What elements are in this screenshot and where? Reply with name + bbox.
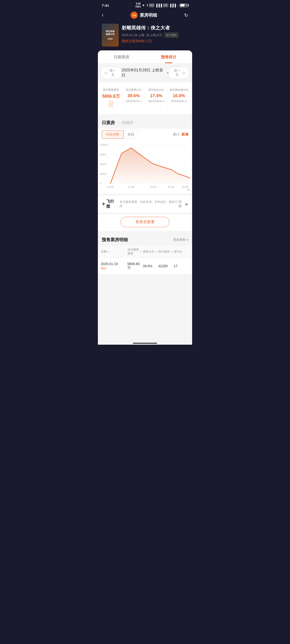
- tab-daily-box-office[interactable]: 日期票房: [98, 50, 145, 63]
- current-date-display[interactable]: 2025年01月29日 上映首日 ▾: [121, 68, 169, 78]
- bottom-home-bar: [98, 340, 192, 345]
- chart-tab-hourly-label: 今日分时: [106, 132, 119, 136]
- stat-box-ratio-rank: 实时排名No.1: [123, 99, 144, 103]
- feihangtu-detail-button[interactable]: 详情 ▶: [178, 200, 188, 208]
- th-ratio-label: 票房占比: [143, 250, 155, 254]
- chart-tab-cumulative[interactable]: 累计: [173, 132, 180, 137]
- feihangtu-logo-text: 飞行图: [106, 199, 117, 209]
- battery-percent: 76: [185, 4, 188, 7]
- th-ratio: 票房占比 ⇅: [143, 248, 158, 256]
- page-title: 票房明细: [140, 12, 157, 18]
- main-tabs: 日期票房 预售排片: [98, 50, 192, 63]
- td-sessions: 42265: [158, 264, 174, 268]
- tab-daily-label: 日期票房: [114, 55, 129, 59]
- th-presale-sort-icon[interactable]: ⇅: [140, 250, 141, 253]
- stat-box-ratio-value: 39.6%: [123, 93, 144, 98]
- th-date-sort-icon[interactable]: ⇅: [107, 250, 109, 253]
- td-share: 17: [174, 264, 189, 268]
- poster-year: 2025: [106, 38, 114, 40]
- chart-tab-daily[interactable]: 分日: [123, 130, 138, 139]
- chart-tab-hourly[interactable]: 今日分时: [102, 130, 123, 139]
- th-sessions-sort-icon[interactable]: ⇅: [171, 250, 173, 253]
- box-office-chart: 1200万 900万 600万 300万 0 10:00: [100, 142, 190, 191]
- svg-text:12:00: 12:00: [128, 186, 135, 188]
- stat-box-ratio: 首日票房占比 39.6% 实时排名No.1: [122, 86, 145, 110]
- day-section-header: 日票房 | 日排片: [98, 116, 192, 128]
- presale-header: 预售票房明细 更多指标 ▾: [98, 233, 192, 246]
- stat-presale-bar: [108, 100, 113, 107]
- svg-text:300万: 300万: [100, 172, 107, 175]
- release-date: 2025.01.29 上映: [121, 33, 144, 38]
- feihangtu-detail-icon: ▶: [186, 202, 188, 206]
- presale-section-title: 预售票房明细: [102, 237, 128, 243]
- th-share: 排片占: [174, 248, 189, 256]
- stat-session-ratio-rank: 实时排名No.4: [146, 99, 167, 103]
- status-right-icons: 9.08KB/s ∗ ☽ HD ▐▐▐ HD ▐▐▐ ○ 76: [135, 2, 188, 8]
- stat-box-ratio-label: 首日票房占比: [123, 88, 144, 92]
- td-presale: 5806.80万: [127, 262, 143, 270]
- current-date-text: 2025年01月29日 上映首日: [121, 68, 166, 78]
- svg-text:19:41: 19:41: [187, 188, 190, 191]
- th-date: 日期 ⇅: [101, 248, 127, 256]
- presale-total: 预售总票房6687.2万: [121, 39, 188, 44]
- svg-text:600万: 600万: [100, 163, 107, 166]
- login-after-view-button[interactable]: 登录后查看: [121, 217, 169, 227]
- top-nav: ‹ 🎫 票房明细 ↻: [98, 10, 192, 22]
- release-badge[interactable]: 发行通知: [164, 32, 178, 38]
- chart-right-tabs: 累计 新增: [173, 132, 188, 137]
- bluetooth-icon: ∗: [142, 4, 144, 7]
- td-weekday: 周日: [101, 266, 127, 270]
- app-logo: 🎫: [130, 12, 138, 19]
- more-indicators-icon: ▾: [187, 238, 188, 242]
- feihangtu-logo: ✈ 飞行图: [102, 199, 117, 209]
- tab-presale-schedule[interactable]: 预售排片: [145, 50, 192, 63]
- chart-tab-daily-label: 分日: [128, 132, 134, 136]
- svg-text:10:00: 10:00: [107, 186, 114, 188]
- movie-info-section: 纯正武侠 独居中华 2025 射雕英雄传：侠之大者 2025.01.29 上映 …: [98, 22, 192, 50]
- svg-text:18:00: 18:00: [182, 186, 188, 188]
- stat-presale-value: 5806.8万: [101, 93, 121, 99]
- stat-prime-ratio-label: 首日黄金场占比: [169, 88, 190, 92]
- chart-controls: 今日分时 分日 累计 新增: [98, 128, 192, 139]
- movie-title: 射雕英雄传：侠之大者: [121, 24, 188, 31]
- poster-text: 纯正武侠 独居中华 2025: [105, 29, 115, 42]
- next-day-button[interactable]: 后一天 ▷: [169, 67, 189, 79]
- more-indicators-button[interactable]: 更多指标 ▾: [173, 238, 188, 242]
- status-time: 7:41: [102, 4, 109, 8]
- feihangtu-left: ✈ 飞行图 首日预售预测、目标管理、竞争监控、预售日报: [102, 199, 178, 209]
- poster-line1: 纯正武侠: [106, 30, 114, 33]
- th-presale: 当日预售票房 ⇅: [127, 248, 143, 256]
- th-share-label: 排片占: [174, 250, 183, 254]
- home-indicator: [133, 343, 157, 344]
- poster-line2: 独居中华: [106, 33, 114, 36]
- th-ratio-sort-icon[interactable]: ⇅: [155, 250, 157, 253]
- th-sessions: 排片场次 ⇅: [158, 248, 174, 256]
- stat-prime-ratio-value: 16.0%: [169, 93, 190, 98]
- svg-text:900万: 900万: [100, 153, 107, 156]
- presale-section: 预售票房明细 更多指标 ▾ 日期 ⇅ 当日预售票房 ⇅ 票房占比 ⇅: [98, 233, 192, 274]
- plane-icon: ✈: [102, 202, 105, 207]
- main-content: 日期票房 预售排片 ◁ 前一天 2025年01月29日 上映首日 ▾ 后一天 ▷…: [98, 50, 192, 340]
- svg-text:0: 0: [100, 182, 101, 185]
- refresh-button[interactable]: ↻: [184, 12, 188, 18]
- date-navigation: ◁ 前一天 2025年01月29日 上映首日 ▾ 后一天 ▷: [98, 63, 192, 82]
- day-section-sub: 日排片: [122, 120, 133, 126]
- prev-day-button[interactable]: ◁ 前一天: [101, 67, 121, 79]
- svg-text:14:00: 14:00: [150, 186, 156, 188]
- stat-session-ratio: 首日场次占比 17.4% 实时排名No.4: [145, 86, 168, 110]
- chart-tab-new[interactable]: 新增: [182, 132, 188, 137]
- tab-presale-label: 预售排片: [161, 55, 176, 59]
- stat-prime-ratio-rank: 实时排名No.4: [169, 99, 190, 103]
- battery-indicator: 76: [180, 4, 188, 7]
- more-indicators-label: 更多指标: [173, 238, 186, 242]
- days-until: 距上映10天: [147, 33, 162, 38]
- moon-icon: ☽: [146, 4, 148, 7]
- stat-session-ratio-label: 首日场次占比: [146, 88, 167, 92]
- movie-poster: 纯正武侠 独居中华 2025: [102, 24, 119, 46]
- status-bar: 7:41 9.08KB/s ∗ ☽ HD ▐▐▐ HD ▐▐▐ ○ 76: [98, 0, 192, 10]
- next-day-label: 后一天: [172, 68, 182, 77]
- back-button[interactable]: ‹: [102, 12, 103, 18]
- chart-area: 1200万 900万 600万 300万 0 10:00: [98, 139, 192, 194]
- presale-table: 日期 ⇅ 当日预售票房 ⇅ 票房占比 ⇅ 排片场次 ⇅ 排片占: [98, 246, 192, 274]
- svg-text:16:00: 16:00: [168, 186, 175, 188]
